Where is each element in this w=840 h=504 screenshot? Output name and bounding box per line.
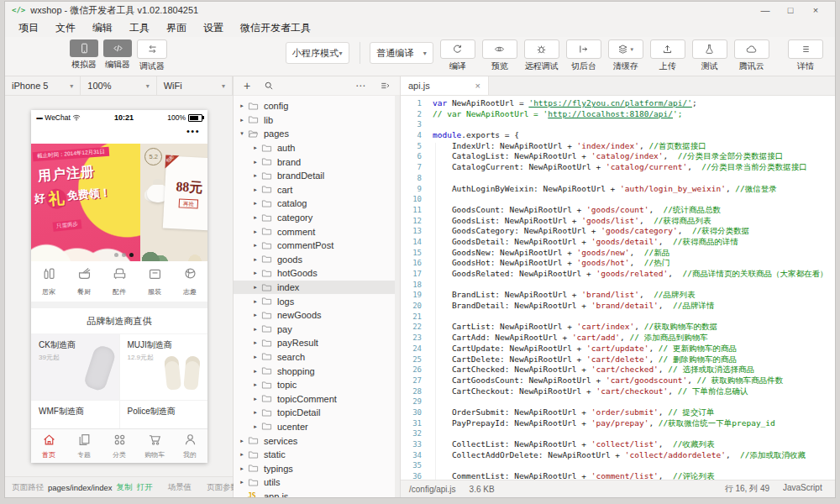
tree-item-commentPost[interactable]: ▸commentPost [234, 239, 400, 253]
close-tab-icon[interactable]: × [475, 81, 480, 91]
phone-tab-首页[interactable]: 首页 [31, 429, 66, 463]
code-editor[interactable]: 1var NewApiRootUrl = 'https://fly2you.cn… [401, 96, 835, 480]
menu-item-微信开发者工具[interactable]: 微信开发者工具 [232, 21, 319, 35]
tree-item-utils[interactable]: ▸utils [234, 475, 400, 490]
action-eye[interactable]: 预览 [482, 39, 517, 72]
tree-item-auth[interactable]: ▸auth [234, 141, 400, 155]
tree-item-hotGoods[interactable]: ▸hotGoods [234, 266, 400, 281]
menu-item-界面[interactable]: 界面 [158, 21, 195, 35]
close-button[interactable]: × [803, 5, 828, 15]
menu-item-工具[interactable]: 工具 [121, 21, 158, 35]
category-配件[interactable]: 配件 [102, 261, 137, 302]
network-select[interactable]: WiFi ▾ [157, 76, 233, 95]
code-line[interactable]: 17 GoodsRelated: NewApiRootUrl + 'goods/… [401, 269, 835, 280]
tree-item-topicComment[interactable]: ▸topicComment [234, 391, 400, 406]
tree-item-topic[interactable]: ▸topic [234, 378, 400, 392]
brand-card[interactable]: CK制造商39元起 [31, 334, 119, 400]
carousel-dot[interactable] [129, 253, 134, 257]
scene-label[interactable]: 场景值 [168, 482, 192, 493]
code-line[interactable]: 36 CommentList: NewApiRootUrl + 'comment… [401, 471, 835, 480]
tree-item-pay[interactable]: ▸pay [234, 323, 400, 337]
tree-item-search[interactable]: ▸search [234, 350, 400, 365]
tree-item-services[interactable]: ▸services [234, 433, 400, 448]
code-line[interactable]: 19 BrandList: NewApiRootUrl + 'brand/lis… [401, 290, 835, 301]
copy-link[interactable]: 复制 [117, 482, 133, 493]
more-options-icon[interactable]: ⋯ [355, 80, 366, 92]
code-line[interactable]: 2// var NewApiRootUrl = 'http://localhos… [401, 109, 835, 120]
tree-item-category[interactable]: ▸category [234, 211, 400, 225]
code-line[interactable]: 26 CartChecked: NewApiRootUrl + 'cart/ch… [401, 365, 835, 375]
toggle-debug-toggle[interactable]: 调试器 [137, 39, 167, 72]
action-cache[interactable]: ▾清缓存 [608, 39, 643, 72]
device-select[interactable]: iPhone 5 ▾ [5, 76, 81, 95]
search-icon[interactable] [264, 81, 274, 91]
code-line[interactable]: 9 AuthLoginByWeixin: NewApiRootUrl + 'au… [401, 184, 835, 195]
code-line[interactable]: 6 CatalogList: NewApiRootUrl + 'catalog/… [401, 151, 835, 162]
tree-item-ucenter[interactable]: ▸ucenter [234, 420, 400, 434]
code-line[interactable]: 32 [401, 428, 835, 439]
menu-item-设置[interactable]: 设置 [195, 21, 232, 35]
code-line[interactable]: 22 CartList: NewApiRootUrl + 'cart/index… [401, 322, 835, 333]
menu-item-文件[interactable]: 文件 [47, 21, 84, 35]
tree-item-shopping[interactable]: ▸shopping [234, 364, 400, 378]
tree-item-index[interactable]: ▸index [234, 281, 400, 295]
code-line[interactable]: 24 CartUpdate: NewApiRootUrl + 'cart/upd… [401, 344, 835, 354]
code-line[interactable]: 8 [401, 173, 835, 184]
code-line[interactable]: 5 IndexUrl: NewApiRootUrl + 'index/index… [401, 141, 835, 152]
add-file-icon[interactable]: + [244, 80, 250, 92]
code-line[interactable]: 14 GoodsDetail: NewApiRootUrl + 'goods/d… [401, 237, 835, 248]
code-line[interactable]: 25 CartDelete: NewApiRootUrl + 'cart/del… [401, 354, 835, 365]
action-refresh[interactable]: 编译 [440, 39, 475, 72]
mode-select[interactable]: 小程序模式 ▾ [286, 42, 349, 64]
carousel-dot[interactable] [114, 253, 118, 257]
menu-item-编辑[interactable]: 编辑 [84, 21, 121, 35]
code-line[interactable]: 3 [401, 119, 835, 130]
tab-api-js[interactable]: api.js × [401, 76, 489, 95]
code-line[interactable]: 1var NewApiRootUrl = 'https://fly2you.cn… [401, 98, 835, 109]
language-mode[interactable]: JavaScript [783, 483, 827, 495]
tree-item-pages[interactable]: ▾pages [234, 127, 400, 141]
toggle-code[interactable]: 编辑器 [103, 39, 132, 72]
more-menu-icon[interactable]: ••• [186, 126, 200, 136]
maximize-button[interactable]: □ [778, 5, 803, 15]
tree-item-goods[interactable]: ▸goods [234, 253, 400, 267]
code-line[interactable]: 4module.exports = { [401, 130, 835, 141]
tree-item-typings[interactable]: ▸typings [234, 461, 400, 475]
tree-item-lib[interactable]: ▸lib [234, 113, 400, 128]
promo-banner[interactable]: 截止时间：2014年12月31日 用户注册 好礼免费领！ 只需两步 5.2 包邮… [31, 144, 207, 261]
tree-item-topicDetail[interactable]: ▸topicDetail [234, 406, 400, 420]
phone-tab-分类[interactable]: 分类 [102, 429, 137, 463]
compile-select[interactable]: 普通编译 ▾ [370, 42, 433, 64]
category-居家[interactable]: 居家 [31, 261, 66, 302]
menu-item-项目[interactable]: 项目 [10, 21, 47, 35]
code-line[interactable]: 30 OrderSubmit: NewApiRootUrl + 'order/s… [401, 407, 835, 418]
code-line[interactable]: 35 [401, 460, 835, 471]
toggle-phone[interactable]: 模拟器 [70, 39, 98, 72]
brand-card[interactable]: MUJI制造商12.9元起 [120, 334, 208, 400]
action-cloud[interactable]: 腾讯云 [734, 39, 769, 72]
code-line[interactable]: 11 GoodsCount: NewApiRootUrl + 'goods/co… [401, 205, 835, 216]
tree-item-static[interactable]: ▸static [234, 448, 400, 462]
brand-card[interactable]: WMF制造商 [31, 401, 119, 428]
action-bug[interactable]: 远程调试 [524, 39, 559, 72]
banner-slide-register[interactable]: 截止时间：2014年12月31日 用户注册 好礼免费领！ 只需两步 [31, 144, 140, 261]
tree-item-cart[interactable]: ▸cart [234, 183, 400, 197]
phone-tab-我的[interactable]: 我的 [172, 429, 207, 463]
code-line[interactable]: 7 CatalogCurrent: NewApiRootUrl + 'catal… [401, 162, 835, 173]
tree-item-catalog[interactable]: ▸catalog [234, 197, 400, 211]
tree-item-config[interactable]: ▸config [234, 99, 400, 113]
action-details[interactable]: 详情 [788, 39, 823, 72]
code-line[interactable]: 28 CartCheckout: NewApiRootUrl + 'cart/c… [401, 386, 835, 397]
category-餐厨[interactable]: 餐厨 [66, 261, 102, 302]
code-line[interactable]: 20 BrandDetail: NewApiRootUrl + 'brand/d… [401, 301, 835, 312]
collapse-all-icon[interactable] [380, 81, 390, 91]
tree-item-newGoods[interactable]: ▸newGoods [234, 308, 400, 323]
code-line[interactable]: 31 PayPrepayId: NewApiRootUrl + 'pay/pre… [401, 418, 835, 429]
code-line[interactable]: 21 [401, 312, 835, 323]
tree-item-logs[interactable]: ▸logs [234, 294, 400, 308]
phone-tab-专题[interactable]: 专题 [66, 429, 102, 463]
tree-item-brand[interactable]: ▸brand [234, 155, 400, 169]
code-line[interactable]: 15 GoodsNew: NewApiRootUrl + 'goods/new'… [401, 248, 835, 259]
code-line[interactable]: 27 CartGoodsCount: NewApiRootUrl + 'cart… [401, 375, 835, 386]
code-line[interactable]: 12 GoodsList: NewApiRootUrl + 'goods/lis… [401, 216, 835, 227]
